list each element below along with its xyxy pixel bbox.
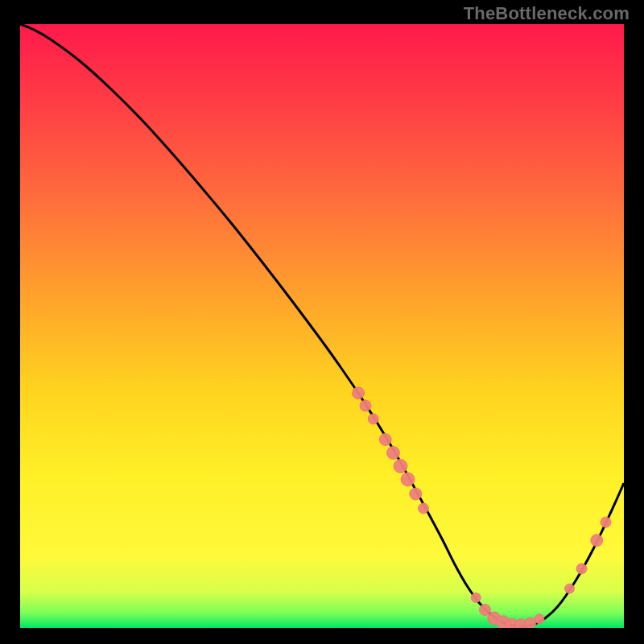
marker-left-5 xyxy=(394,460,407,473)
marker-right-2 xyxy=(591,535,603,547)
marker-left-3 xyxy=(379,434,391,446)
plot-svg xyxy=(20,24,624,628)
attribution-label: TheBottleneck.com xyxy=(464,3,630,24)
marker-right-0 xyxy=(565,584,575,593)
marker-left-7 xyxy=(410,488,422,500)
marker-right-3 xyxy=(601,517,611,527)
marker-left-8 xyxy=(419,503,429,514)
marker-valley-0 xyxy=(471,593,481,603)
marker-left-6 xyxy=(401,473,415,486)
marker-valley-1 xyxy=(480,605,491,616)
marker-left-4 xyxy=(387,447,400,460)
marker-right-1 xyxy=(576,564,587,574)
plot-frame xyxy=(20,24,624,628)
plot-background xyxy=(20,24,624,628)
chart-container: TheBottleneck.com xyxy=(0,0,644,644)
marker-left-1 xyxy=(360,400,371,411)
marker-valley-7 xyxy=(535,614,544,624)
marker-left-0 xyxy=(353,387,365,399)
marker-left-2 xyxy=(368,414,378,424)
